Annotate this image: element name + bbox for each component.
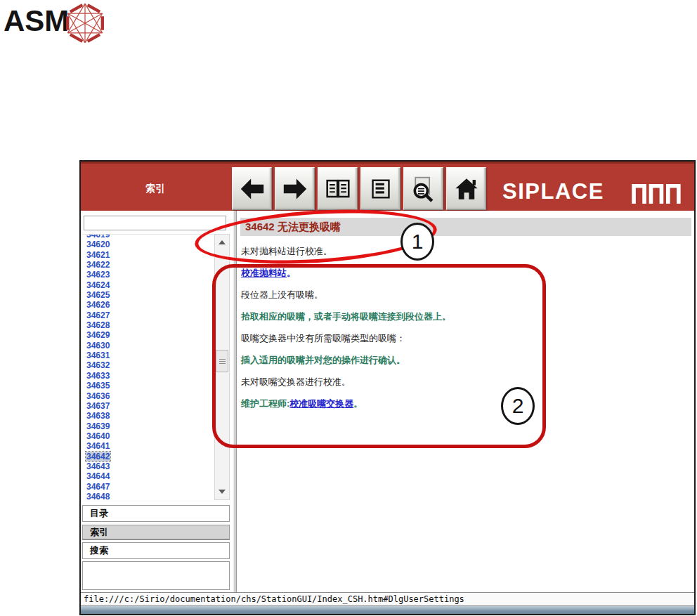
index-panel: 3461934620346213462234623346243462534626… <box>81 211 233 592</box>
forward-arrow-icon <box>281 176 309 202</box>
sidebar-empty-box <box>82 561 230 590</box>
search-document-icon <box>410 176 438 202</box>
index-list: 3461934620346213462234623346243462534626… <box>82 234 225 500</box>
tab-index[interactable]: 索引 <box>82 525 230 540</box>
back-button[interactable] <box>232 167 272 210</box>
list-item[interactable]: 34622 <box>82 260 225 270</box>
active-panel-label: 索引 <box>145 183 165 195</box>
list-item[interactable]: 34647 <box>82 482 225 492</box>
list-item[interactable]: 34639 <box>82 421 225 431</box>
list-item[interactable]: 34644 <box>82 471 225 481</box>
callout-badge-1: 1 <box>400 223 434 261</box>
back-arrow-icon <box>238 176 266 202</box>
asm-hexagon-icon <box>63 1 107 45</box>
list-item[interactable]: 34623 <box>82 270 225 280</box>
list-item[interactable]: 34637 <box>82 401 225 411</box>
open-book-icon <box>325 177 351 201</box>
list-item[interactable]: 34624 <box>82 280 225 290</box>
scroll-down-button[interactable] <box>216 485 228 498</box>
forward-button[interactable] <box>275 167 315 210</box>
index-list-items: 3461934620346213462234623346243462534626… <box>82 234 225 500</box>
home-button[interactable] <box>446 167 486 210</box>
book-button[interactable] <box>318 167 358 210</box>
tab-contents[interactable]: 目录 <box>82 505 230 522</box>
list-item[interactable]: 34641 <box>82 441 225 451</box>
tab-search[interactable]: 搜索 <box>82 542 230 559</box>
search-button[interactable] <box>403 167 443 210</box>
brand-name: SIPLACE <box>502 179 604 204</box>
list-item[interactable]: 34632 <box>82 360 225 370</box>
list-item[interactable]: 34631 <box>82 350 225 360</box>
siplace-arches-icon <box>630 183 681 204</box>
list-item[interactable]: 34630 <box>82 341 225 350</box>
status-bar: file:///c:/Sirio/documentation/chs/Stati… <box>81 592 694 606</box>
list-item[interactable]: 34629 <box>82 330 225 340</box>
list-item[interactable]: 34633 <box>82 371 225 381</box>
list-item[interactable]: 34636 <box>82 391 225 401</box>
annotation-rect-2 <box>212 264 546 448</box>
list-item[interactable]: 34640 <box>82 431 225 441</box>
list-item[interactable]: 34627 <box>82 310 225 320</box>
header-bar: 索引 <box>81 162 694 211</box>
window-bottom-frame <box>81 606 694 614</box>
list-item[interactable]: 34626 <box>82 300 225 310</box>
contents-button[interactable] <box>360 167 400 210</box>
list-item[interactable]: 34643 <box>82 461 225 471</box>
toolbar <box>232 167 486 210</box>
page: ASM 索引 <box>0 0 697 616</box>
list-item[interactable]: 34648 <box>82 492 225 500</box>
index-search-input[interactable] <box>84 216 226 230</box>
callout-badge-2: 2 <box>501 387 535 425</box>
list-item[interactable]: 34638 <box>82 411 225 421</box>
document-list-icon <box>368 177 393 201</box>
list-item[interactable]: 34625 <box>82 290 225 300</box>
list-item-selected[interactable]: 34642 <box>82 452 225 461</box>
scroll-down-icon <box>219 490 226 494</box>
list-item[interactable]: 34628 <box>82 320 225 330</box>
asm-logo-text: ASM <box>4 4 69 38</box>
home-icon <box>453 176 480 202</box>
list-item[interactable]: 34635 <box>82 381 225 391</box>
